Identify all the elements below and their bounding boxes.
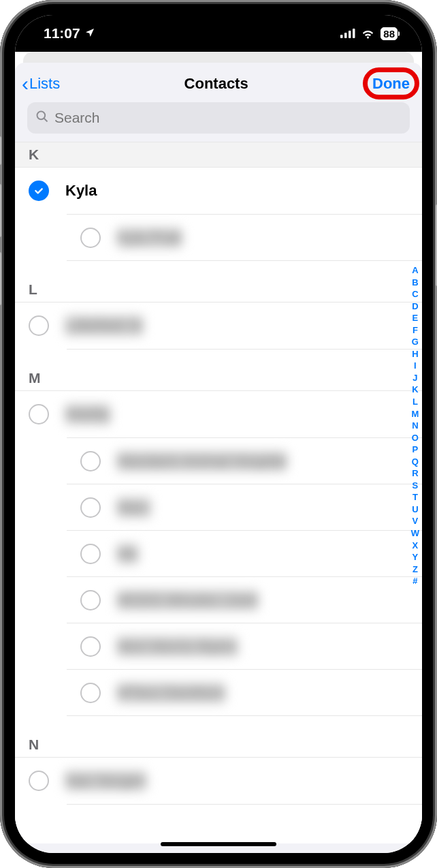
location-icon <box>84 25 95 42</box>
section-header: M <box>15 350 422 390</box>
page-title: Contacts <box>184 75 248 93</box>
search-wrap <box>15 102 422 142</box>
contact-row[interactable]: Mort Morris Myers <box>67 623 422 669</box>
index-letter[interactable]: R <box>412 467 418 480</box>
battery-indicator: 88 <box>381 27 398 40</box>
contact-name: Littlefield St <box>65 315 143 336</box>
index-letter[interactable]: W <box>411 527 419 540</box>
contact-name: Maddy <box>65 404 110 424</box>
chevron-left-icon: ‹ <box>22 74 29 94</box>
mute-switch <box>0 136 1 165</box>
checkbox-empty-icon[interactable] <box>80 544 101 564</box>
index-letter[interactable]: A <box>412 264 418 277</box>
index-letter[interactable]: Z <box>412 563 418 576</box>
svg-rect-1 <box>344 33 347 38</box>
done-button[interactable]: Done <box>372 75 410 93</box>
contact-row[interactable]: Marc <box>67 484 422 530</box>
back-button[interactable]: ‹ Lists <box>22 74 60 94</box>
contact-row[interactable]: MTara Davidson <box>67 669 422 715</box>
index-letter[interactable]: G <box>412 336 419 348</box>
contact-row[interactable]: Maddy <box>15 391 422 437</box>
index-letter[interactable]: S <box>412 480 419 492</box>
contact-name: Marc <box>117 497 150 518</box>
contact-row[interactable]: MODS Minutes Used <box>67 576 422 623</box>
notch <box>137 15 300 40</box>
section-header: N <box>15 716 422 757</box>
status-time: 11:07 <box>44 25 80 42</box>
svg-rect-0 <box>340 35 343 38</box>
index-letter[interactable]: V <box>412 515 419 527</box>
checkbox-empty-icon[interactable] <box>29 315 49 336</box>
screen: 11:07 <box>15 15 422 853</box>
phone-frame: 11:07 <box>0 0 437 868</box>
battery-level: 88 <box>383 28 395 40</box>
contact-name: MTara Davidson <box>117 683 225 703</box>
contact-name: Me <box>117 544 138 564</box>
index-rail[interactable]: ABCDEFGHIJKLMNOPQRSTUVWXYZ# <box>411 264 419 587</box>
checkbox-empty-icon[interactable] <box>80 228 101 248</box>
modal-sheet: ‹ Lists Contacts Done <box>15 63 422 853</box>
index-letter[interactable]: T <box>412 491 418 503</box>
index-letter[interactable]: Y <box>412 551 419 563</box>
index-letter[interactable]: E <box>412 312 419 324</box>
search-field[interactable] <box>27 102 410 134</box>
search-input[interactable] <box>54 110 402 126</box>
contact-row[interactable]: Mandarin Animal Hospital <box>67 437 422 484</box>
contact-row[interactable]: Nan Norgen <box>15 758 422 804</box>
contact-row[interactable]: Kyla <box>15 168 422 214</box>
contact-row[interactable]: Kyla Pratt <box>67 214 422 260</box>
section-header: L <box>15 261 422 302</box>
svg-line-5 <box>44 119 48 122</box>
index-letter[interactable]: X <box>412 540 419 552</box>
index-letter[interactable]: D <box>412 300 418 313</box>
checkbox-empty-icon[interactable] <box>29 771 49 791</box>
index-letter[interactable]: J <box>412 372 417 384</box>
index-letter[interactable]: N <box>412 420 418 432</box>
index-letter[interactable]: P <box>412 444 419 456</box>
done-label: Done <box>372 75 410 92</box>
checkbox-empty-icon[interactable] <box>80 497 101 518</box>
back-label: Lists <box>29 75 60 93</box>
contact-name: Kyla Pratt <box>117 228 182 248</box>
contact-name: Nan Norgen <box>65 771 146 791</box>
index-letter[interactable]: H <box>412 348 418 360</box>
checkbox-empty-icon[interactable] <box>80 636 101 657</box>
checkbox-empty-icon[interactable] <box>80 590 101 610</box>
checkbox-empty-icon[interactable] <box>80 451 101 471</box>
cellular-icon <box>340 29 355 38</box>
index-letter[interactable]: L <box>412 396 418 408</box>
wifi-icon <box>361 29 375 39</box>
contact-name: Mort Morris Myers <box>117 636 238 657</box>
svg-rect-3 <box>353 29 355 38</box>
home-indicator[interactable] <box>161 842 276 846</box>
index-letter[interactable]: I <box>414 360 417 372</box>
contact-name: MODS Minutes Used <box>117 590 258 610</box>
index-letter[interactable]: B <box>412 277 418 289</box>
volume-down-button <box>0 252 1 305</box>
contact-row[interactable]: Littlefield St <box>15 303 422 349</box>
checkbox-empty-icon[interactable] <box>80 683 101 703</box>
index-letter[interactable]: O <box>412 432 419 444</box>
content-area: KKylaKyla PrattLLittlefield StMMaddyMand… <box>15 142 422 843</box>
index-letter[interactable]: C <box>412 288 418 300</box>
checkbox-empty-icon[interactable] <box>29 404 49 424</box>
search-icon <box>35 110 49 126</box>
index-letter[interactable]: F <box>412 324 418 337</box>
contact-name: Kyla <box>65 182 97 200</box>
contact-name: Mandarin Animal Hospital <box>117 451 287 471</box>
index-letter[interactable]: Q <box>412 456 419 468</box>
nav-bar: ‹ Lists Contacts Done <box>15 63 422 102</box>
index-letter[interactable]: M <box>411 408 419 420</box>
index-letter[interactable]: # <box>412 575 417 587</box>
svg-point-4 <box>37 112 46 120</box>
svg-rect-2 <box>349 31 351 38</box>
checkmark-filled-icon[interactable] <box>29 181 49 201</box>
section-header: K <box>15 142 422 168</box>
index-letter[interactable]: K <box>412 384 418 396</box>
index-letter[interactable]: U <box>412 503 418 516</box>
volume-up-button <box>0 184 1 237</box>
contact-row[interactable]: Me <box>67 530 422 576</box>
